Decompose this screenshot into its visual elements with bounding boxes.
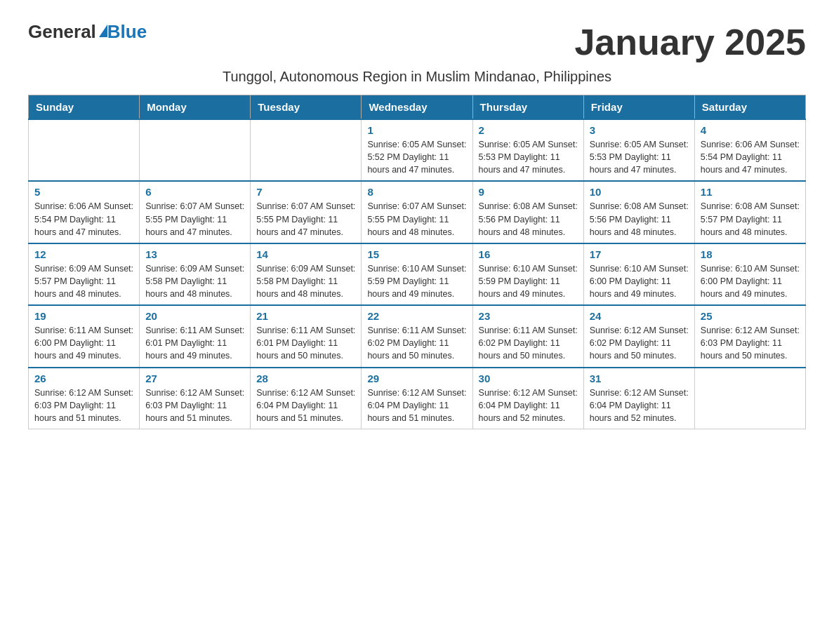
day-info: Sunrise: 6:11 AM Sunset: 6:02 PM Dayligh… — [367, 324, 466, 362]
day-info: Sunrise: 6:11 AM Sunset: 6:01 PM Dayligh… — [256, 324, 355, 362]
day-info: Sunrise: 6:10 AM Sunset: 5:59 PM Dayligh… — [367, 262, 466, 300]
day-number: 25 — [701, 310, 800, 322]
day-number: 23 — [479, 310, 578, 322]
day-info: Sunrise: 6:12 AM Sunset: 6:04 PM Dayligh… — [590, 387, 689, 424]
day-number: 24 — [590, 310, 689, 322]
calendar-cell: 14Sunrise: 6:09 AM Sunset: 5:58 PM Dayli… — [251, 243, 362, 305]
day-number: 6 — [145, 186, 244, 198]
day-info: Sunrise: 6:08 AM Sunset: 5:56 PM Dayligh… — [479, 200, 578, 238]
calendar-cell: 13Sunrise: 6:09 AM Sunset: 5:58 PM Dayli… — [140, 243, 251, 305]
day-number: 10 — [590, 186, 689, 198]
calendar-table: SundayMondayTuesdayWednesdayThursdayFrid… — [28, 95, 806, 429]
day-number: 19 — [34, 310, 133, 322]
day-info: Sunrise: 6:10 AM Sunset: 6:00 PM Dayligh… — [590, 262, 689, 300]
weekday-header-sunday: Sunday — [29, 95, 140, 120]
day-info: Sunrise: 6:12 AM Sunset: 6:03 PM Dayligh… — [145, 387, 244, 424]
day-info: Sunrise: 6:12 AM Sunset: 6:04 PM Dayligh… — [367, 387, 466, 424]
day-number: 27 — [145, 373, 244, 384]
calendar-cell: 6Sunrise: 6:07 AM Sunset: 5:55 PM Daylig… — [140, 181, 251, 243]
day-number: 8 — [367, 186, 466, 198]
day-number: 14 — [256, 248, 355, 260]
day-number: 21 — [256, 310, 355, 322]
day-info: Sunrise: 6:12 AM Sunset: 6:04 PM Dayligh… — [256, 387, 355, 424]
day-info: Sunrise: 6:06 AM Sunset: 5:54 PM Dayligh… — [701, 138, 800, 176]
week-row-4: 19Sunrise: 6:11 AM Sunset: 6:00 PM Dayli… — [29, 305, 806, 367]
day-info: Sunrise: 6:11 AM Sunset: 6:02 PM Dayligh… — [479, 324, 578, 362]
weekday-header-wednesday: Wednesday — [362, 95, 472, 120]
calendar-cell: 11Sunrise: 6:08 AM Sunset: 5:57 PM Dayli… — [694, 181, 805, 243]
calendar-cell: 30Sunrise: 6:12 AM Sunset: 6:04 PM Dayli… — [472, 368, 583, 429]
day-info: Sunrise: 6:05 AM Sunset: 5:53 PM Dayligh… — [590, 138, 689, 176]
day-info: Sunrise: 6:12 AM Sunset: 6:02 PM Dayligh… — [590, 324, 689, 362]
calendar-cell: 2Sunrise: 6:05 AM Sunset: 5:53 PM Daylig… — [472, 119, 583, 181]
calendar-cell: 24Sunrise: 6:12 AM Sunset: 6:02 PM Dayli… — [583, 305, 694, 367]
day-number: 20 — [145, 310, 244, 322]
logo: General Blue — [28, 21, 147, 43]
weekday-header-saturday: Saturday — [694, 95, 805, 120]
day-number: 5 — [34, 186, 133, 198]
calendar-cell: 27Sunrise: 6:12 AM Sunset: 6:03 PM Dayli… — [140, 368, 251, 429]
day-number: 4 — [701, 124, 800, 136]
calendar-cell: 12Sunrise: 6:09 AM Sunset: 5:57 PM Dayli… — [29, 243, 140, 305]
day-info: Sunrise: 6:12 AM Sunset: 6:03 PM Dayligh… — [701, 324, 800, 362]
calendar-cell: 25Sunrise: 6:12 AM Sunset: 6:03 PM Dayli… — [694, 305, 805, 367]
weekday-header-monday: Monday — [140, 95, 251, 120]
calendar-cell: 20Sunrise: 6:11 AM Sunset: 6:01 PM Dayli… — [140, 305, 251, 367]
weekday-header-thursday: Thursday — [472, 95, 583, 120]
week-row-1: 1Sunrise: 6:05 AM Sunset: 5:52 PM Daylig… — [29, 119, 806, 181]
calendar-cell: 10Sunrise: 6:08 AM Sunset: 5:56 PM Dayli… — [583, 181, 694, 243]
calendar-cell: 26Sunrise: 6:12 AM Sunset: 6:03 PM Dayli… — [29, 368, 140, 429]
calendar-cell: 7Sunrise: 6:07 AM Sunset: 5:55 PM Daylig… — [251, 181, 362, 243]
day-number: 26 — [34, 373, 133, 384]
day-number: 12 — [34, 248, 133, 260]
day-info: Sunrise: 6:09 AM Sunset: 5:58 PM Dayligh… — [256, 262, 355, 300]
month-title: January 2025 — [574, 21, 806, 63]
calendar-subtitle: Tunggol, Autonomous Region in Muslim Min… — [28, 69, 806, 85]
day-info: Sunrise: 6:12 AM Sunset: 6:03 PM Dayligh… — [34, 387, 133, 424]
day-number: 16 — [479, 248, 578, 260]
day-number: 22 — [367, 310, 466, 322]
calendar-cell — [29, 119, 140, 181]
calendar-cell: 1Sunrise: 6:05 AM Sunset: 5:52 PM Daylig… — [362, 119, 472, 181]
day-number: 17 — [590, 248, 689, 260]
calendar-cell: 4Sunrise: 6:06 AM Sunset: 5:54 PM Daylig… — [694, 119, 805, 181]
calendar-cell: 16Sunrise: 6:10 AM Sunset: 5:59 PM Dayli… — [472, 243, 583, 305]
calendar-cell — [251, 119, 362, 181]
logo-triangle-icon — [99, 25, 107, 37]
day-number: 31 — [590, 373, 689, 384]
calendar-cell: 22Sunrise: 6:11 AM Sunset: 6:02 PM Dayli… — [362, 305, 472, 367]
header: General Blue January 2025 — [28, 21, 806, 63]
day-number: 7 — [256, 186, 355, 198]
calendar-cell: 21Sunrise: 6:11 AM Sunset: 6:01 PM Dayli… — [251, 305, 362, 367]
day-number: 30 — [479, 373, 578, 384]
day-info: Sunrise: 6:09 AM Sunset: 5:57 PM Dayligh… — [34, 262, 133, 300]
day-number: 28 — [256, 373, 355, 384]
calendar-cell: 19Sunrise: 6:11 AM Sunset: 6:00 PM Dayli… — [29, 305, 140, 367]
day-info: Sunrise: 6:12 AM Sunset: 6:04 PM Dayligh… — [479, 387, 578, 424]
calendar-cell: 17Sunrise: 6:10 AM Sunset: 6:00 PM Dayli… — [583, 243, 694, 305]
day-info: Sunrise: 6:10 AM Sunset: 6:00 PM Dayligh… — [701, 262, 800, 300]
logo-general-text: General — [28, 21, 96, 43]
day-info: Sunrise: 6:11 AM Sunset: 6:00 PM Dayligh… — [34, 324, 133, 362]
logo-blue-text: Blue — [107, 21, 147, 43]
day-info: Sunrise: 6:05 AM Sunset: 5:52 PM Dayligh… — [367, 138, 466, 176]
week-row-3: 12Sunrise: 6:09 AM Sunset: 5:57 PM Dayli… — [29, 243, 806, 305]
day-number: 2 — [479, 124, 578, 136]
day-number: 9 — [479, 186, 578, 198]
day-number: 18 — [701, 248, 800, 260]
day-info: Sunrise: 6:06 AM Sunset: 5:54 PM Dayligh… — [34, 200, 133, 238]
calendar-cell: 31Sunrise: 6:12 AM Sunset: 6:04 PM Dayli… — [583, 368, 694, 429]
day-info: Sunrise: 6:07 AM Sunset: 5:55 PM Dayligh… — [256, 200, 355, 238]
week-row-5: 26Sunrise: 6:12 AM Sunset: 6:03 PM Dayli… — [29, 368, 806, 429]
day-info: Sunrise: 6:07 AM Sunset: 5:55 PM Dayligh… — [145, 200, 244, 238]
calendar-cell: 9Sunrise: 6:08 AM Sunset: 5:56 PM Daylig… — [472, 181, 583, 243]
day-number: 15 — [367, 248, 466, 260]
day-info: Sunrise: 6:10 AM Sunset: 5:59 PM Dayligh… — [479, 262, 578, 300]
calendar-cell — [694, 368, 805, 429]
calendar-cell: 5Sunrise: 6:06 AM Sunset: 5:54 PM Daylig… — [29, 181, 140, 243]
calendar-cell: 23Sunrise: 6:11 AM Sunset: 6:02 PM Dayli… — [472, 305, 583, 367]
day-info: Sunrise: 6:08 AM Sunset: 5:56 PM Dayligh… — [590, 200, 689, 238]
day-info: Sunrise: 6:05 AM Sunset: 5:53 PM Dayligh… — [479, 138, 578, 176]
day-number: 29 — [367, 373, 466, 384]
week-row-2: 5Sunrise: 6:06 AM Sunset: 5:54 PM Daylig… — [29, 181, 806, 243]
